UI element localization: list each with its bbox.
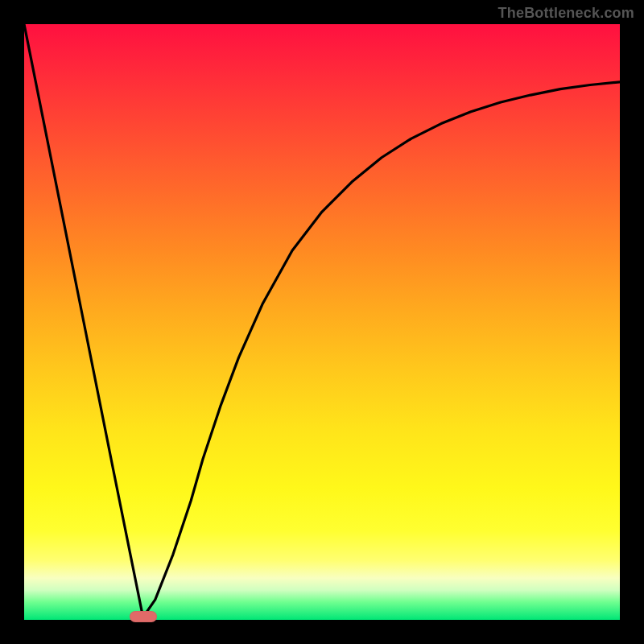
chart-frame: TheBottleneck.com [0,0,644,644]
watermark-text: TheBottleneck.com [498,5,634,22]
mismatch-curve [24,24,620,617]
minimum-marker [130,611,157,622]
plot-area [24,24,620,620]
curve-svg [24,24,620,620]
